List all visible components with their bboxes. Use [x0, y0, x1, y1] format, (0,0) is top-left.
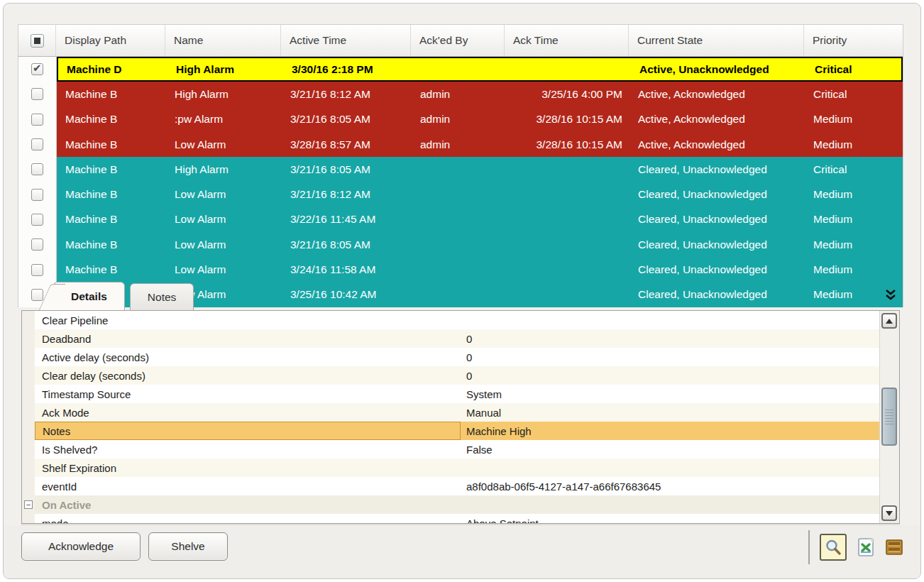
row-checkbox[interactable] — [31, 189, 43, 201]
alarm-row-content: Machine DHigh Alarm3/30/16 2:18 PMActive… — [57, 57, 903, 82]
export-excel-button[interactable] — [855, 537, 876, 558]
cell-active-time: 3/21/16 8:05 AM — [282, 232, 412, 257]
cell-acked-by — [412, 282, 505, 307]
acknowledge-button[interactable]: Acknowledge — [21, 532, 141, 561]
cell-ack-time — [505, 157, 629, 182]
cell-display-path: Machine B — [57, 257, 166, 282]
details-row[interactable]: Active delay (seconds)0 — [22, 348, 880, 366]
details-row[interactable]: −On Active — [22, 495, 880, 514]
cell-active-time: 3/25/16 10:42 AM — [282, 282, 412, 307]
collapse-group-icon[interactable]: − — [24, 500, 33, 509]
tab-details[interactable]: Details — [53, 282, 125, 310]
alarm-row[interactable]: Machine BLow Alarm3/21/16 8:12 AMCleared… — [18, 182, 903, 207]
row-checkbox[interactable] — [31, 114, 43, 126]
alarm-row-content: Machine BLow Alarm3/21/16 8:12 AMCleared… — [57, 182, 903, 207]
shelved-alarms-button[interactable] — [884, 537, 905, 558]
cell-current-state: Active, Unacknowledged — [631, 58, 806, 80]
column-header-ack-time[interactable]: Ack Time — [505, 25, 629, 56]
detail-property-label: Timestamp Source — [35, 385, 461, 403]
cell-ack-time: 3/28/16 10:15 AM — [505, 107, 629, 132]
scroll-thumb[interactable] — [881, 388, 897, 446]
details-row[interactable]: Clear delay (seconds)0 — [22, 366, 880, 385]
column-header-display-path[interactable]: Display Path — [56, 25, 165, 56]
detail-property-label: Is Shelved? — [35, 440, 461, 459]
row-checkbox[interactable] — [31, 264, 43, 276]
cell-priority: Critical — [805, 157, 903, 182]
row-checkbox[interactable] — [31, 88, 43, 100]
details-row[interactable]: Deadband0 — [22, 329, 880, 348]
cell-acked-by: admin — [412, 132, 505, 157]
details-row[interactable]: eventIda8f0d8ab-06f5-4127-a147-a66f67683… — [22, 477, 880, 495]
row-checkbox[interactable] — [31, 238, 43, 251]
select-all-checkbox[interactable] — [31, 34, 44, 48]
cell-priority: Medium — [805, 132, 903, 157]
details-row[interactable]: Ack ModeManual — [22, 403, 880, 422]
cell-acked-by — [413, 58, 507, 80]
shelve-button[interactable]: Shelve — [148, 532, 228, 561]
details-scrollbar[interactable] — [879, 311, 899, 523]
row-checkbox-cell — [18, 107, 57, 132]
row-checkbox[interactable] — [31, 214, 43, 226]
row-checkbox[interactable] — [31, 63, 43, 75]
alarm-table-header: Display PathNameActive TimeAck'ed ByAck … — [18, 24, 903, 57]
details-row[interactable]: modeAbove Setpoint — [22, 514, 880, 523]
cell-acked-by — [412, 257, 505, 282]
row-checkbox[interactable] — [31, 138, 43, 150]
details-row-gutter — [22, 477, 35, 495]
alarm-table: Display PathNameActive TimeAck'ed ByAck … — [18, 24, 903, 307]
alarm-row[interactable]: Machine BHigh Alarm3/21/16 8:12 AMadmin3… — [18, 82, 903, 106]
detail-property-label: Clear delay (seconds) — [35, 366, 461, 385]
details-row-gutter — [22, 422, 35, 440]
alarm-table-body: Machine DHigh Alarm3/30/16 2:18 PMActive… — [18, 57, 903, 307]
details-row-gutter — [22, 403, 35, 422]
row-checkbox-cell — [18, 132, 57, 157]
column-header-name[interactable]: Name — [165, 25, 281, 56]
details-row[interactable]: Shelf Expiration — [22, 459, 880, 477]
scroll-down-button[interactable] — [881, 505, 897, 521]
alarm-row[interactable]: Machine BLow Alarm3/24/16 11:58 AMCleare… — [18, 257, 903, 282]
alarm-row[interactable]: Machine BLow Alarm3/28/16 8:57 AMadmin3/… — [18, 132, 903, 157]
alarm-row[interactable]: Machine B:pw Alarm3/21/16 8:05 AMadmin3/… — [18, 107, 903, 132]
cell-active-time: 3/24/16 11:58 AM — [282, 257, 412, 282]
alarm-status-component: Display PathNameActive TimeAck'ed ByAck … — [3, 3, 921, 579]
row-checkbox[interactable] — [31, 289, 43, 301]
column-header-acked-by[interactable]: Ack'ed By — [411, 25, 505, 56]
alarm-row-content: Machine BLow Alarm3/28/16 8:57 AMadmin3/… — [57, 132, 903, 157]
triangle-up-icon — [886, 319, 893, 324]
alarm-row-content: Machine BHigh Alarm3/21/16 8:12 AMadmin3… — [57, 82, 903, 106]
cell-acked-by — [412, 157, 505, 182]
details-row[interactable]: Is Shelved?False — [22, 440, 880, 459]
alarm-row[interactable]: Machine BHigh Alarm3/21/16 8:05 AMCleare… — [18, 157, 903, 182]
scroll-up-button[interactable] — [881, 313, 897, 329]
column-header-active-time[interactable]: Active Time — [281, 25, 411, 56]
cell-name: Low Alarm — [166, 182, 282, 207]
cell-active-time: 3/28/16 8:57 AM — [282, 132, 412, 157]
cell-ack-time: 3/25/16 4:00 PM — [505, 82, 629, 106]
tab-notes[interactable]: Notes — [130, 283, 194, 310]
cell-active-time: 3/21/16 8:05 AM — [282, 107, 412, 132]
cell-priority: Critical — [806, 58, 901, 80]
details-row[interactable]: Clear Pipeline — [22, 311, 880, 329]
column-header-priority[interactable]: Priority — [804, 25, 903, 56]
cell-ack-time — [507, 58, 631, 80]
toolbar-divider — [808, 530, 810, 564]
cell-display-path: Machine B — [57, 207, 166, 232]
details-row[interactable]: Timestamp SourceSystem — [22, 385, 880, 403]
more-rows-chevron-icon[interactable] — [884, 289, 897, 300]
details-row-gutter — [22, 440, 35, 459]
cell-display-path: Machine B — [57, 107, 166, 132]
alarm-row-content: Machine BLow Alarm3/22/16 11:45 AMCleare… — [57, 207, 903, 232]
search-tool-button[interactable] — [820, 534, 847, 561]
alarm-row[interactable]: Machine BLow Alarm3/21/16 8:05 AMCleared… — [18, 232, 903, 257]
column-header-current-state[interactable]: Current State — [629, 25, 804, 56]
row-checkbox[interactable] — [31, 163, 43, 175]
cell-name: Low Alarm — [166, 257, 282, 282]
alarm-row[interactable]: Machine DHigh Alarm3/30/16 2:18 PMActive… — [18, 57, 903, 82]
detail-property-label: On Active — [35, 495, 880, 514]
details-row[interactable]: NotesMachine High — [22, 422, 880, 440]
cell-current-state: Active, Acknowledged — [629, 82, 805, 106]
triangle-down-icon — [886, 511, 893, 516]
row-checkbox-cell — [18, 57, 57, 82]
cell-ack-time: 3/28/16 10:15 AM — [505, 132, 629, 157]
alarm-row[interactable]: Machine BLow Alarm3/22/16 11:45 AMCleare… — [18, 207, 903, 232]
